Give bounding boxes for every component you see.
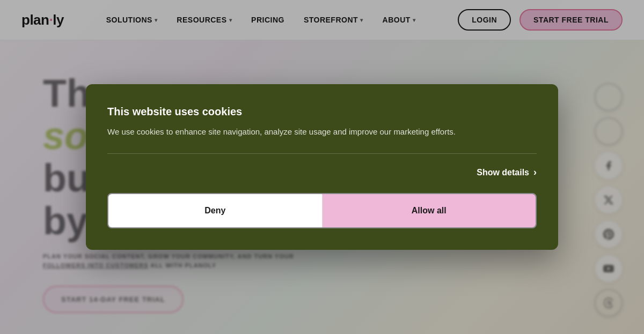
cookie-modal: This website uses cookies We use cookies… — [86, 84, 558, 250]
cookie-title: This website uses cookies — [107, 106, 537, 118]
cookie-description: We use cookies to enhance site navigatio… — [107, 125, 537, 138]
show-details-button[interactable]: Show details › — [107, 167, 537, 178]
cookie-buttons-container: Deny Allow all — [107, 193, 537, 228]
cookie-divider — [107, 153, 537, 154]
show-details-label: Show details — [477, 168, 529, 177]
deny-button[interactable]: Deny — [108, 194, 323, 227]
cookie-overlay: This website uses cookies We use cookies… — [0, 0, 644, 334]
chevron-right-icon: › — [533, 167, 537, 178]
allow-all-button[interactable]: Allow all — [323, 194, 536, 227]
